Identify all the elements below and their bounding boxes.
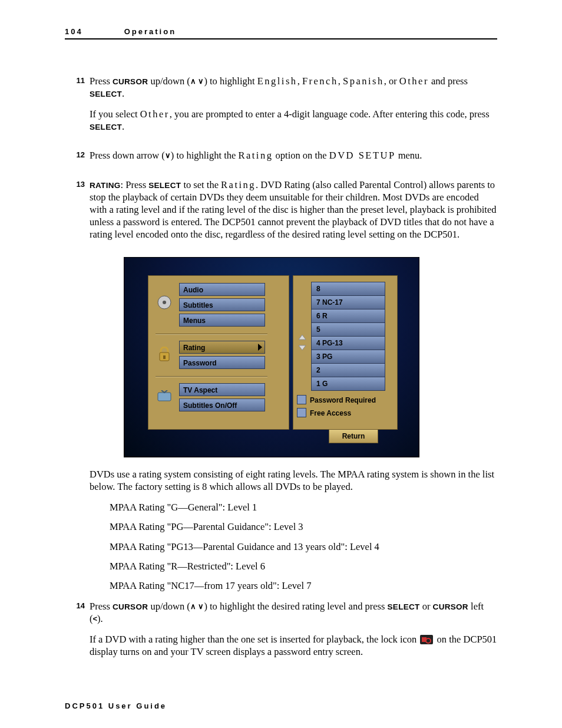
step-13: 13 RATING: Press SELECT to set the Ratin… <box>65 179 497 249</box>
scroll-updown-icon <box>297 335 308 350</box>
page-number: 104 <box>65 27 83 36</box>
arrow-up-down-icon: ∧ ∨ <box>190 77 204 85</box>
rating-list: 8 7 NC-17 6 R 5 4 PG-13 3 PG 2 1 G <box>311 282 385 391</box>
menu-tv-aspect[interactable]: TV Aspect <box>179 383 265 396</box>
step-11: 11 Press CURSOR up/down (∧ ∨) to highlig… <box>65 75 497 141</box>
step-number: 11 <box>65 75 90 141</box>
step-number: 13 <box>65 179 90 249</box>
rating-option[interactable]: 7 NC-17 <box>312 296 385 309</box>
menu-subtitles[interactable]: Subtitles <box>179 298 265 311</box>
step-list: 11 Press CURSOR up/down (∧ ∨) to highlig… <box>65 75 497 666</box>
menu-menus[interactable]: Menus <box>179 314 265 327</box>
arrow-down-icon: ∨ <box>165 151 171 160</box>
step-11-line2: If you select Other, you are prompted to… <box>90 108 497 133</box>
lock-inline-icon <box>420 635 433 644</box>
arrow-left-icon: < <box>93 614 98 623</box>
mpaa-list: MPAA Rating "G—General": Level 1 MPAA Ra… <box>110 501 497 592</box>
legend-box-icon <box>297 408 306 417</box>
legend-box-icon <box>297 395 306 404</box>
list-item: MPAA Rating "PG13—Parental Guidance and … <box>110 541 497 553</box>
arrow-up-down-icon: ∧ ∨ <box>190 602 204 611</box>
section-title: Operation <box>124 27 176 36</box>
list-item: MPAA Rating "NC17—from 17 years old": Le… <box>110 579 497 592</box>
legend-password-required: Password Required <box>297 395 391 406</box>
menu-password[interactable]: Password <box>179 356 265 369</box>
legend-free-access: Free Access <box>297 408 391 419</box>
footer-title: DCP501 User Guide <box>65 701 167 710</box>
step-12-line1: Press down arrow (∨) to highlight the Ra… <box>90 149 497 162</box>
svg-point-1 <box>163 301 166 304</box>
svg-rect-4 <box>158 393 171 401</box>
rating-option[interactable]: 2 <box>312 364 385 377</box>
left-panel: Audio Subtitles Menus Rating Password TV… <box>148 275 289 430</box>
step-14: 14 Press CURSOR up/down (∧ ∨) to highlig… <box>65 600 497 666</box>
return-button[interactable]: Return <box>329 429 378 443</box>
step-number: 12 <box>65 149 90 170</box>
menu-audio[interactable]: Audio <box>179 283 265 296</box>
step-11-line1: Press CURSOR up/down (∧ ∨) to highlight … <box>90 75 497 100</box>
list-item: MPAA Rating "G—General": Level 1 <box>110 501 497 513</box>
rating-option[interactable]: 5 <box>312 323 385 337</box>
rating-option[interactable]: 3 PG <box>312 350 385 364</box>
separator <box>156 334 267 334</box>
post-figure-text: DVDs use a rating system consisting of e… <box>90 468 497 493</box>
separator <box>156 376 267 377</box>
lock-icon <box>156 345 173 363</box>
list-item: MPAA Rating "PG—Parental Guidance": Leve… <box>110 521 497 533</box>
rating-option[interactable]: 6 R <box>312 309 385 323</box>
cursor-key: CURSOR <box>113 77 148 86</box>
tv-icon <box>156 388 173 406</box>
list-item: MPAA Rating "R—Restricted": Level 6 <box>110 560 497 572</box>
rating-heading: RATING <box>90 181 121 190</box>
step-14-line2: If a DVD with a rating higher than the o… <box>90 633 497 658</box>
select-key: SELECT <box>90 90 122 98</box>
right-panel: 8 7 NC-17 6 R 5 4 PG-13 3 PG 2 1 G Passw… <box>293 275 398 430</box>
rating-option[interactable]: 1 G <box>312 377 385 390</box>
step-number: 14 <box>65 600 90 666</box>
step-13-line1: RATING: Press SELECT to set the Rating. … <box>90 179 497 241</box>
rating-option[interactable]: 4 PG-13 <box>312 337 385 350</box>
disc-icon <box>156 294 173 311</box>
menu-rating[interactable]: Rating <box>179 341 265 354</box>
step-14-line1: Press CURSOR up/down (∧ ∨) to highlight … <box>90 600 497 625</box>
svg-rect-3 <box>163 355 166 359</box>
menu-subtitles-onoff[interactable]: Subtitles On/Off <box>179 398 265 411</box>
dvd-setup-figure: Audio Subtitles Menus Rating Password TV… <box>124 257 419 457</box>
rating-option[interactable]: 8 <box>312 282 385 296</box>
step-12: 12 Press down arrow (∨) to highlight the… <box>65 149 497 170</box>
page-header: 104 Operation <box>65 27 497 39</box>
chevron-right-icon <box>258 344 262 351</box>
